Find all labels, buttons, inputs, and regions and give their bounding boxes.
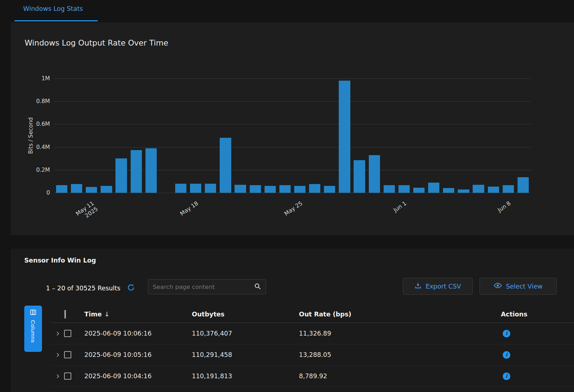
gridline xyxy=(54,193,531,193)
y-axis-tick-labels: 00.2M0.4M0.6M0.8M1M xyxy=(11,78,52,193)
cell-outbytes: 110,291,458 xyxy=(192,351,299,358)
select-view-label: Select View xyxy=(506,283,543,290)
search-input[interactable] xyxy=(153,284,254,290)
header-time[interactable]: Time↓ xyxy=(84,311,192,318)
bar-may-18[interactable] xyxy=(190,184,201,193)
gridline xyxy=(54,124,531,124)
table-row[interactable]: 2025-06-09 10:06:16110,376,40711,326.89i xyxy=(51,323,574,344)
cell-time: 2025-06-09 10:06:16 xyxy=(84,330,192,337)
bar-may-31[interactable] xyxy=(384,185,395,193)
row-select-cell xyxy=(51,330,84,337)
chart-title: Windows Log Output Rate Over Time xyxy=(25,38,168,47)
bar-may-10[interactable] xyxy=(71,184,82,193)
eye-icon xyxy=(494,281,502,291)
bar-jun-8[interactable] xyxy=(503,185,514,193)
cell-time: 2025-06-09 10:04:16 xyxy=(84,372,192,380)
row-checkbox[interactable] xyxy=(64,330,71,337)
bar-may-26[interactable] xyxy=(309,184,320,193)
table-title: Sensor Info Win Log xyxy=(24,257,96,264)
x-tick-label: Jun 8 xyxy=(497,200,512,214)
bar-may-14[interactable] xyxy=(131,150,142,193)
row-checkbox[interactable] xyxy=(64,372,71,380)
header-out-rate[interactable]: Out Rate (bps) xyxy=(299,311,501,318)
results-summary: 1 – 20 of 30525 Results xyxy=(46,284,135,293)
gridline xyxy=(54,78,531,79)
x-tick-label: May 112025 xyxy=(75,200,99,223)
select-all-checkbox[interactable] xyxy=(64,310,66,319)
bar-may-22[interactable] xyxy=(250,185,261,193)
y-tick-label: 0 xyxy=(46,189,50,196)
row-checkbox[interactable] xyxy=(64,351,71,358)
chevron-right-icon[interactable] xyxy=(55,374,60,379)
cell-actions: i xyxy=(501,330,574,337)
cell-out-rate: 8,789.92 xyxy=(299,372,501,380)
bar-may-20[interactable] xyxy=(220,138,231,193)
cell-actions: i xyxy=(501,372,574,380)
y-tick-label: 0.4M xyxy=(36,144,50,151)
bar-may-30[interactable] xyxy=(369,155,380,193)
x-tick-label: Jun 1 xyxy=(392,200,408,214)
bar-may-21[interactable] xyxy=(235,185,246,193)
bar-may-25[interactable] xyxy=(294,186,305,193)
columns-grid-icon xyxy=(30,309,37,317)
info-icon[interactable]: i xyxy=(503,351,510,359)
bar-jun-6[interactable] xyxy=(473,185,484,193)
bar-jun-3[interactable] xyxy=(428,183,439,193)
bar-may-11[interactable] xyxy=(86,187,97,193)
bar-jun-2[interactable] xyxy=(413,188,425,193)
info-icon[interactable]: i xyxy=(503,330,510,337)
tab-windows-log-stats[interactable]: Windows Log Stats xyxy=(23,5,83,12)
header-actions: Actions xyxy=(501,311,574,318)
select-view-button[interactable]: Select View xyxy=(480,278,557,295)
refresh-button[interactable] xyxy=(127,284,135,293)
tab-active-underline xyxy=(14,20,98,21)
cell-outbytes: 110,191,813 xyxy=(192,372,299,380)
table-header-row: Time↓ Outbytes Out Rate (bps) Actions xyxy=(51,306,574,323)
bar-jun-7[interactable] xyxy=(488,187,499,193)
bar-may-9[interactable] xyxy=(56,185,67,193)
y-tick-label: 0.8M xyxy=(36,98,50,105)
chevron-right-icon[interactable] xyxy=(55,352,60,358)
bar-may-12[interactable] xyxy=(101,186,112,193)
chevron-right-icon[interactable] xyxy=(55,331,60,336)
y-tick-label: 1M xyxy=(42,75,50,82)
bar-may-19[interactable] xyxy=(205,184,216,193)
gridline xyxy=(54,147,531,148)
columns-button[interactable]: Columns xyxy=(24,306,42,352)
search-icon[interactable] xyxy=(254,282,261,291)
y-tick-label: 0.6M xyxy=(36,120,50,128)
page: Windows Log Stats Windows Log Output Rat… xyxy=(0,0,574,392)
columns-button-label: Columns xyxy=(30,320,36,343)
data-table: Time↓ Outbytes Out Rate (bps) Actions 20… xyxy=(51,306,574,387)
header-outbytes[interactable]: Outbytes xyxy=(192,311,299,318)
cell-time: 2025-06-09 10:05:16 xyxy=(84,351,192,358)
bar-may-29[interactable] xyxy=(354,160,365,193)
bar-may-17[interactable] xyxy=(175,184,186,193)
table-panel: Sensor Info Win Log 1 – 20 of 30525 Resu… xyxy=(11,249,574,392)
bar-may-13[interactable] xyxy=(115,158,127,193)
bar-jun-9[interactable] xyxy=(518,177,529,193)
search-box xyxy=(148,279,266,294)
bar-may-28[interactable] xyxy=(339,81,350,193)
cell-actions: i xyxy=(501,351,574,359)
x-tick-label: May 25 xyxy=(283,200,304,217)
bar-may-15[interactable] xyxy=(145,148,157,193)
cell-outbytes: 110,376,407 xyxy=(192,330,299,337)
table-row[interactable]: 2025-06-09 10:05:16110,291,45813,288.05i xyxy=(51,344,574,366)
cell-out-rate: 11,326.89 xyxy=(299,330,501,337)
bar-jun-4[interactable] xyxy=(443,188,454,193)
x-axis-tick-labels: May 112025May 18May 25Jun 1Jun 8 xyxy=(54,196,531,234)
row-select-cell xyxy=(51,372,84,380)
export-csv-button[interactable]: Export CSV xyxy=(403,278,473,295)
table-body: 2025-06-09 10:06:16110,376,40711,326.89i… xyxy=(51,323,574,387)
info-icon[interactable]: i xyxy=(503,372,510,380)
table-row[interactable]: 2025-06-09 10:04:16110,191,8138,789.92i xyxy=(51,366,574,387)
cell-out-rate: 13,288.05 xyxy=(299,351,501,358)
bar-may-27[interactable] xyxy=(324,186,335,193)
bar-may-23[interactable] xyxy=(265,186,276,193)
row-select-cell xyxy=(51,351,84,358)
header-select-cell xyxy=(51,311,84,318)
bar-may-24[interactable] xyxy=(279,185,291,193)
bar-jun-1[interactable] xyxy=(398,185,410,193)
bar-jun-5[interactable] xyxy=(458,189,469,193)
